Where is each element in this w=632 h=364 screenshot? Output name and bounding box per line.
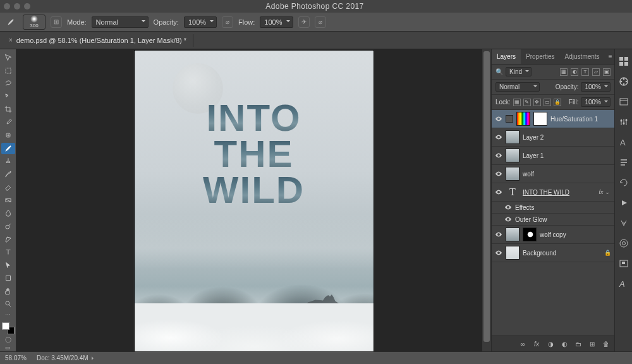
blur-tool[interactable] bbox=[1, 207, 15, 219]
eyedropper-tool[interactable] bbox=[1, 117, 15, 129]
layer-thumb[interactable] bbox=[506, 246, 520, 260]
tab-properties[interactable]: Properties bbox=[521, 49, 560, 64]
edit-toolbar-icon[interactable]: ⋯ bbox=[1, 311, 15, 318]
visibility-eye-icon[interactable] bbox=[504, 203, 512, 211]
fx-badge[interactable]: fx ⌄ bbox=[599, 189, 611, 195]
healing-tool[interactable] bbox=[1, 130, 15, 142]
zoom-tool[interactable] bbox=[1, 298, 15, 310]
shape-tool[interactable] bbox=[1, 272, 15, 284]
eraser-tool[interactable] bbox=[1, 181, 15, 193]
dock-actions-icon[interactable] bbox=[618, 197, 629, 209]
visibility-eye-icon[interactable] bbox=[495, 152, 502, 159]
adjustment-layer-icon[interactable]: ◐ bbox=[560, 339, 569, 348]
filter-smart-icon[interactable]: ▣ bbox=[603, 68, 611, 76]
lasso-tool[interactable] bbox=[1, 78, 15, 90]
layer-name[interactable]: wolf copy bbox=[540, 231, 611, 238]
status-caret-icon[interactable] bbox=[92, 356, 95, 360]
lock-transparent-icon[interactable]: ▦ bbox=[513, 99, 521, 106]
filter-adjust-icon[interactable]: ◐ bbox=[571, 68, 578, 76]
path-select-tool[interactable] bbox=[1, 259, 15, 271]
zoom-level[interactable]: 58.07% bbox=[5, 355, 27, 361]
layer-thumb[interactable] bbox=[506, 149, 520, 162]
gradient-tool[interactable] bbox=[1, 195, 15, 207]
visibility-eye-icon[interactable] bbox=[495, 188, 502, 196]
layer-row[interactable]: Background🔒 bbox=[492, 244, 614, 262]
visibility-eye-icon[interactable] bbox=[495, 170, 502, 178]
filter-pixel-icon[interactable]: ▦ bbox=[560, 68, 568, 76]
layer-style-icon[interactable]: fx bbox=[532, 339, 541, 348]
quick-mask-icon[interactable]: ◯ bbox=[1, 336, 15, 343]
layer-row[interactable]: Layer 1 bbox=[492, 147, 614, 165]
zoom-window[interactable] bbox=[24, 3, 30, 9]
layer-thumb[interactable] bbox=[506, 130, 520, 144]
screen-mode-icon[interactable]: ▭ bbox=[1, 344, 15, 351]
filter-shape-icon[interactable]: ▱ bbox=[592, 68, 600, 76]
mask-thumb[interactable] bbox=[523, 228, 537, 241]
dock-paragraph-icon[interactable] bbox=[618, 157, 629, 168]
scrollbar-thumb[interactable] bbox=[483, 51, 490, 342]
document-canvas[interactable]: INTO THE WILD bbox=[135, 51, 374, 351]
opacity-dropdown[interactable]: 100% bbox=[184, 16, 217, 28]
color-swatches[interactable] bbox=[2, 322, 15, 334]
minimize-window[interactable] bbox=[14, 3, 20, 9]
dock-glyphs-icon[interactable]: A bbox=[618, 278, 629, 289]
vertical-scrollbar[interactable] bbox=[482, 49, 491, 351]
layer-thumb[interactable] bbox=[506, 167, 520, 181]
dock-character-icon[interactable]: A bbox=[618, 136, 629, 148]
dock-navigator-icon[interactable] bbox=[618, 258, 629, 269]
document-tab[interactable]: × demo.psd @ 58.1% (Hue/Saturation 1, La… bbox=[3, 34, 193, 47]
close-tab-icon[interactable]: × bbox=[9, 37, 13, 44]
blend-mode-dropdown[interactable]: Normal bbox=[92, 16, 149, 28]
airbrush-icon[interactable]: ✈ bbox=[298, 16, 310, 28]
layer-row[interactable]: wolf copy bbox=[492, 226, 614, 244]
pen-tool[interactable] bbox=[1, 233, 15, 245]
close-window[interactable] bbox=[4, 3, 10, 9]
mask-thumb[interactable] bbox=[533, 112, 547, 126]
brush-tool[interactable] bbox=[1, 143, 15, 155]
visibility-eye-icon[interactable] bbox=[495, 133, 502, 141]
layer-row[interactable]: Hue/Saturation 1 bbox=[492, 110, 614, 128]
quick-select-tool[interactable] bbox=[1, 91, 15, 103]
layer-fill-dropdown[interactable]: 100% bbox=[581, 97, 611, 107]
dock-swatches-icon[interactable] bbox=[618, 56, 629, 67]
dock-adjust-icon[interactable] bbox=[618, 116, 629, 128]
tool-indicator-brush[interactable] bbox=[4, 15, 18, 29]
dock-cc-icon[interactable] bbox=[618, 238, 629, 249]
filter-kind-dropdown[interactable]: Kind bbox=[506, 67, 532, 76]
layer-thumb[interactable] bbox=[516, 112, 530, 126]
pressure-opacity-icon[interactable]: ⌀ bbox=[222, 16, 233, 28]
visibility-eye-icon[interactable] bbox=[495, 249, 502, 257]
layer-row[interactable]: Effects bbox=[492, 202, 614, 214]
lock-position-icon[interactable]: ✥ bbox=[533, 99, 541, 106]
hand-tool[interactable] bbox=[1, 285, 15, 297]
layer-name[interactable]: Outer Glow bbox=[515, 216, 611, 223]
layer-name[interactable]: wolf bbox=[523, 171, 611, 178]
layer-row[interactable]: Layer 2 bbox=[492, 128, 614, 147]
layer-row[interactable]: wolf bbox=[492, 165, 614, 183]
foreground-color-swatch[interactable] bbox=[2, 322, 9, 330]
lock-artboard-icon[interactable]: ▭ bbox=[544, 99, 551, 106]
layer-name[interactable]: Layer 2 bbox=[523, 134, 611, 141]
link-layers-icon[interactable]: ∞ bbox=[518, 339, 527, 348]
lock-paint-icon[interactable]: ✎ bbox=[523, 99, 531, 106]
crop-tool[interactable] bbox=[1, 104, 15, 116]
clone-stamp-tool[interactable] bbox=[1, 155, 15, 167]
layer-opacity-dropdown[interactable]: 100% bbox=[581, 82, 611, 92]
dock-info-icon[interactable] bbox=[618, 217, 629, 229]
layer-name[interactable]: Layer 1 bbox=[523, 152, 611, 159]
layer-name[interactable]: Effects bbox=[515, 204, 611, 211]
canvas-area[interactable]: INTO THE WILD bbox=[16, 49, 491, 351]
type-layer-icon[interactable]: T bbox=[506, 185, 520, 199]
dock-color-icon[interactable] bbox=[618, 76, 629, 87]
dock-history-icon[interactable] bbox=[618, 177, 629, 188]
layer-name[interactable]: Hue/Saturation 1 bbox=[550, 116, 611, 123]
layer-row[interactable]: TINTO THE WILDfx ⌄ bbox=[492, 183, 614, 202]
delete-layer-icon[interactable]: 🗑 bbox=[602, 339, 611, 348]
dodge-tool[interactable] bbox=[1, 221, 15, 233]
layer-mask-icon[interactable]: ◑ bbox=[546, 339, 555, 348]
brush-preset-picker[interactable]: 300 bbox=[23, 15, 46, 30]
visibility-eye-icon[interactable] bbox=[495, 231, 502, 238]
tab-layers[interactable]: Layers bbox=[492, 49, 521, 64]
marquee-tool[interactable] bbox=[1, 65, 15, 77]
visibility-eye-icon[interactable] bbox=[504, 215, 512, 223]
